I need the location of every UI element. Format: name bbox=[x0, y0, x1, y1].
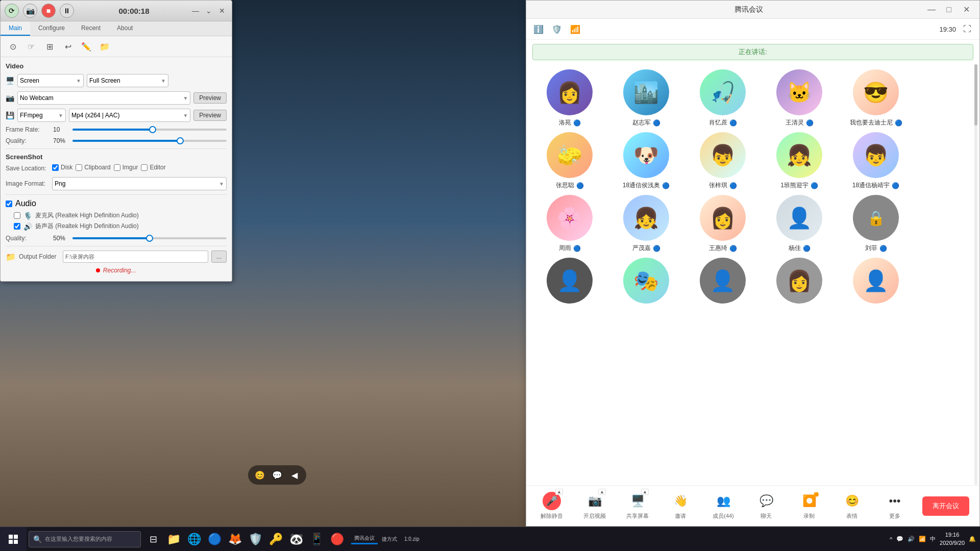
system-clock[interactable]: 19:16 2020/9/20 bbox=[940, 531, 965, 547]
mic-checkbox[interactable] bbox=[14, 212, 20, 219]
participant-1ban[interactable]: 👧 1班熊迎宇 🔵 bbox=[766, 132, 832, 190]
participant-18yang[interactable]: 👦 18通信杨靖宇 🔵 bbox=[843, 132, 909, 190]
framerate-slider-thumb[interactable] bbox=[149, 126, 156, 133]
tray-network[interactable]: 📶 bbox=[919, 536, 926, 542]
participant-disney[interactable]: 😎 我也要去迪士尼 🔵 bbox=[843, 69, 909, 127]
tab-recent[interactable]: Recent bbox=[73, 21, 109, 36]
tool-cursor[interactable]: ☞ bbox=[24, 39, 38, 54]
output-more-btn[interactable]: ... bbox=[211, 251, 227, 263]
tool-folder[interactable]: 📁 bbox=[97, 39, 112, 54]
framerate-slider[interactable] bbox=[72, 129, 227, 131]
taskbar-app-edge[interactable]: 🌐 bbox=[184, 529, 204, 549]
taskbar-app-explorer[interactable]: 📁 bbox=[163, 529, 184, 549]
participant-wanghui[interactable]: 👩 王惠绮 🔵 bbox=[690, 195, 756, 253]
save-imgur-checkbox[interactable]: Imgur bbox=[114, 164, 138, 171]
save-disk-checkbox[interactable]: Disk bbox=[52, 164, 72, 171]
shield-btn[interactable]: 🛡️ bbox=[550, 22, 564, 36]
taskview-btn[interactable]: ⊟ bbox=[143, 529, 163, 549]
tool-record[interactable]: ⏺️🔶 录制 bbox=[794, 492, 824, 520]
participant-anon1[interactable]: 👤 bbox=[536, 258, 603, 307]
tray-speaker[interactable]: 🔊 bbox=[908, 536, 915, 542]
tab-about[interactable]: About bbox=[109, 21, 141, 36]
tool-more[interactable]: ••• 更多 bbox=[879, 492, 910, 520]
start-button[interactable] bbox=[0, 527, 27, 552]
taskbar-search-box[interactable]: 🔍 在这里输入您要搜索的内容 bbox=[29, 531, 141, 547]
image-format-select[interactable]: Png ▼ bbox=[52, 177, 227, 190]
video-quality-thumb[interactable] bbox=[177, 137, 184, 144]
participant-liufei[interactable]: 🔒 刘菲 🔵 bbox=[843, 195, 909, 253]
tool-mute[interactable]: 🎤 ▲ 解除静音 bbox=[536, 492, 567, 520]
screen-source-select[interactable]: Screen ▼ bbox=[17, 74, 84, 87]
float-chat-btn[interactable]: 💬 bbox=[270, 467, 285, 483]
rec-collapse-btn[interactable]: ⌄ bbox=[203, 5, 214, 16]
participant-18hou[interactable]: 🐶 18通信侯浅奥 🔵 bbox=[613, 132, 679, 190]
tool-emoji[interactable]: 😊 表情 bbox=[837, 492, 867, 520]
encoder-preview-btn[interactable]: Preview bbox=[193, 110, 227, 121]
taskbar-app-360[interactable]: 🛡️ bbox=[245, 529, 265, 549]
participants-scrollbar[interactable] bbox=[974, 64, 977, 485]
tool-invite[interactable]: 👋 邀请 bbox=[665, 492, 696, 520]
save-clipboard-checkbox[interactable]: Clipboard bbox=[76, 164, 110, 171]
info-btn[interactable]: ℹ️ bbox=[531, 22, 546, 36]
end-meeting-button[interactable]: 离开会议 bbox=[922, 496, 969, 516]
participant-wangqingling[interactable]: 🐱 王清灵 🔵 bbox=[766, 69, 832, 127]
rec-stop-btn[interactable]: ■ bbox=[41, 4, 56, 18]
taskbar-app-firefox[interactable]: 🦊 bbox=[225, 529, 245, 549]
taskbar-zip[interactable]: 1:0.zip bbox=[401, 535, 422, 543]
tool-undo[interactable]: ↩ bbox=[61, 39, 75, 54]
rec-pause-btn[interactable]: ⏸ bbox=[60, 4, 74, 18]
webcam-preview-btn[interactable]: Preview bbox=[193, 92, 227, 104]
float-emoji-btn[interactable]: 😊 bbox=[252, 467, 267, 483]
scrollbar-thumb[interactable] bbox=[974, 64, 977, 126]
webcam-select[interactable]: No Webcam ▼ bbox=[17, 91, 190, 105]
rec-circle-btn[interactable]: ⟳ bbox=[5, 4, 19, 18]
tencent-close-btn[interactable]: ✕ bbox=[959, 3, 973, 17]
participant-anon3[interactable]: 👤 bbox=[690, 258, 756, 307]
tencent-minimize-btn[interactable]: — bbox=[924, 3, 939, 17]
participant-anon4[interactable]: 👩 bbox=[766, 258, 832, 307]
participant-zhaozijun[interactable]: 🏙️ 赵志军 🔵 bbox=[613, 69, 679, 127]
taskbar-app-unknown2[interactable]: 📱 bbox=[306, 529, 327, 549]
taskbar-app-unknown3[interactable]: 🔴 bbox=[327, 529, 347, 549]
taskbar-app-vpn[interactable]: 🔑 bbox=[265, 529, 286, 549]
video-quality-slider[interactable] bbox=[72, 140, 227, 142]
tencent-restore-btn[interactable]: □ bbox=[942, 3, 956, 17]
participant-yanmao[interactable]: 👧 严茂嘉 🔵 bbox=[613, 195, 679, 253]
tool-video[interactable]: 📷 ▲ 开启视频 bbox=[579, 492, 610, 520]
audio-quality-slider[interactable] bbox=[72, 237, 227, 239]
tool-circle[interactable]: ⊙ bbox=[6, 39, 20, 54]
tool-pen[interactable]: ✏️ bbox=[79, 39, 93, 54]
participant-luoyuan[interactable]: 👩 洛苑 🔵 bbox=[536, 69, 603, 127]
encoder-select[interactable]: FFmpeg ▼ bbox=[17, 109, 66, 122]
taskbar-tencent-meeting[interactable]: 腾讯会议 bbox=[351, 534, 378, 544]
participant-yangjia[interactable]: 👤 杨佳 🔵 bbox=[766, 195, 832, 253]
tool-share[interactable]: 🖥️ ▲ 共享屏幕 bbox=[622, 492, 653, 520]
signal-btn[interactable]: 📶 bbox=[568, 22, 582, 36]
participant-anon5[interactable]: 👤 bbox=[843, 258, 909, 307]
speaker-checkbox[interactable] bbox=[14, 223, 20, 230]
fullscreen-btn[interactable]: ⛶ bbox=[960, 22, 974, 36]
rec-minimize-btn[interactable]: — bbox=[190, 5, 201, 16]
tool-members[interactable]: 👥 成员(44) bbox=[708, 492, 739, 520]
taskbar-app-unknown1[interactable]: 🐼 bbox=[286, 529, 306, 549]
rec-screenshot-btn[interactable]: 📷 bbox=[23, 4, 37, 18]
taskbar-multisim[interactable]: 捷方式 bbox=[379, 535, 400, 544]
float-collapse-btn[interactable]: ◀ bbox=[287, 467, 302, 483]
participant-zhangziq[interactable]: 👦 张梓琪 🔵 bbox=[690, 132, 756, 190]
codec-select[interactable]: Mp4 (x264 | AAC) ▼ bbox=[69, 109, 190, 122]
taskbar-app-ie[interactable]: 🔵 bbox=[204, 529, 225, 549]
tool-chat[interactable]: 💬 聊天 bbox=[751, 492, 781, 520]
folder-path[interactable]: F:\录屏内容 bbox=[63, 251, 208, 263]
audio-quality-thumb[interactable] bbox=[146, 235, 153, 242]
tab-main[interactable]: Main bbox=[1, 21, 30, 36]
tray-input[interactable]: 中 bbox=[930, 535, 936, 543]
tray-show-hidden[interactable]: ^ bbox=[890, 536, 892, 542]
rec-close-btn[interactable]: ✕ bbox=[216, 5, 228, 16]
participant-anon2[interactable]: 🎭 bbox=[613, 258, 679, 307]
tab-configure[interactable]: Configure bbox=[30, 21, 73, 36]
audio-enable-checkbox[interactable] bbox=[6, 201, 12, 207]
fullscreen-select[interactable]: Full Screen ▼ bbox=[87, 74, 168, 87]
tray-notification[interactable]: 🔔 bbox=[969, 536, 976, 542]
participant-zhangsi[interactable]: 🧽 张思聪 🔵 bbox=[536, 132, 603, 190]
tool-grid[interactable]: ⊞ bbox=[42, 39, 57, 54]
